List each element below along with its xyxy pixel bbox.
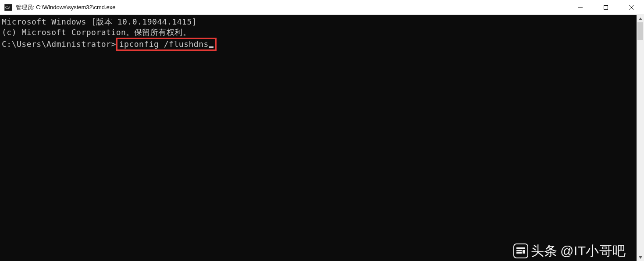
svg-marker-11 [639, 18, 642, 20]
cmd-icon: C:\ [4, 4, 12, 11]
svg-rect-9 [516, 252, 522, 254]
scroll-thumb[interactable] [637, 22, 643, 40]
minimize-button[interactable] [568, 0, 593, 14]
title-left: C:\ 管理员: C:\Windows\system32\cmd.exe [0, 4, 568, 11]
prompt-text: C:\Users\Administrator> [2, 39, 116, 49]
output-line: (c) Microsoft Corporation。保留所有权利。 [2, 27, 635, 38]
svg-rect-8 [516, 250, 522, 251]
minimize-icon [578, 5, 583, 10]
window-controls [568, 0, 644, 14]
chevron-up-icon [638, 17, 643, 21]
output-line: Microsoft Windows [版本 10.0.19044.1415] [2, 17, 635, 27]
titlebar[interactable]: C:\ 管理员: C:\Windows\system32\cmd.exe [0, 0, 644, 15]
scroll-down-button[interactable] [637, 254, 644, 261]
svg-rect-10 [523, 250, 525, 254]
cmd-window: C:\ 管理员: C:\Windows\system32\cmd.exe Mic… [0, 0, 644, 261]
watermark-text: @IT小哥吧 [560, 246, 626, 256]
svg-rect-3 [604, 5, 608, 9]
watermark: 头条 @IT小哥吧 [513, 243, 626, 258]
svg-rect-7 [516, 247, 525, 249]
command-text: ipconfig /flushdns [119, 39, 209, 49]
scroll-up-button[interactable] [637, 15, 644, 22]
chevron-down-icon [638, 255, 643, 260]
window-title: 管理员: C:\Windows\system32\cmd.exe [16, 4, 116, 11]
toutiao-logo-icon [513, 243, 528, 258]
terminal[interactable]: Microsoft Windows [版本 10.0.19044.1415] (… [0, 15, 637, 261]
maximize-icon [603, 5, 608, 10]
close-icon [629, 5, 634, 10]
close-button[interactable] [619, 0, 644, 14]
maximize-button[interactable] [593, 0, 619, 14]
svg-marker-12 [639, 256, 642, 259]
client-area: Microsoft Windows [版本 10.0.19044.1415] (… [0, 15, 644, 261]
svg-text:C:\: C:\ [5, 5, 11, 10]
cursor [209, 46, 213, 48]
svg-rect-6 [514, 244, 528, 258]
command-highlight: ipconfig /flushdns [116, 38, 217, 51]
prompt-line: C:\Users\Administrator> ipconfig /flushd… [2, 38, 635, 51]
watermark-prefix: 头条 [531, 246, 558, 256]
vertical-scrollbar[interactable] [637, 15, 644, 261]
